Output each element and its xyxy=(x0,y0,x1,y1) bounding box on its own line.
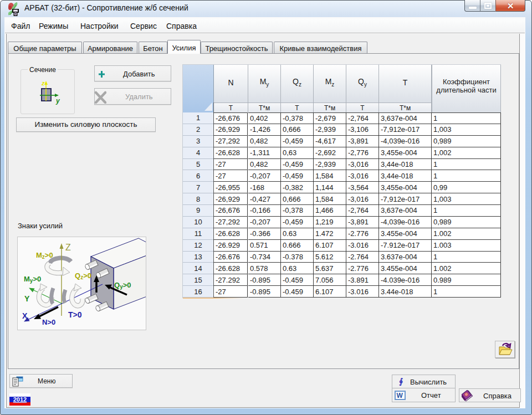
svg-text:Z: Z xyxy=(65,243,71,252)
svg-text:W: W xyxy=(397,392,403,399)
svg-text:My>0: My>0 xyxy=(24,275,41,284)
svg-text:Qy>0: Qy>0 xyxy=(114,281,131,290)
svg-text:z: z xyxy=(41,80,45,86)
svg-text:Mz>0: Mz>0 xyxy=(36,251,53,260)
svg-text:X: X xyxy=(22,311,28,320)
svg-text:Y: Y xyxy=(24,294,30,303)
svg-text:T>0: T>0 xyxy=(68,310,82,319)
svg-text:N>0: N>0 xyxy=(42,318,55,326)
svg-text:y: y xyxy=(55,97,60,105)
svg-text:Qz>0: Qz>0 xyxy=(75,271,91,280)
